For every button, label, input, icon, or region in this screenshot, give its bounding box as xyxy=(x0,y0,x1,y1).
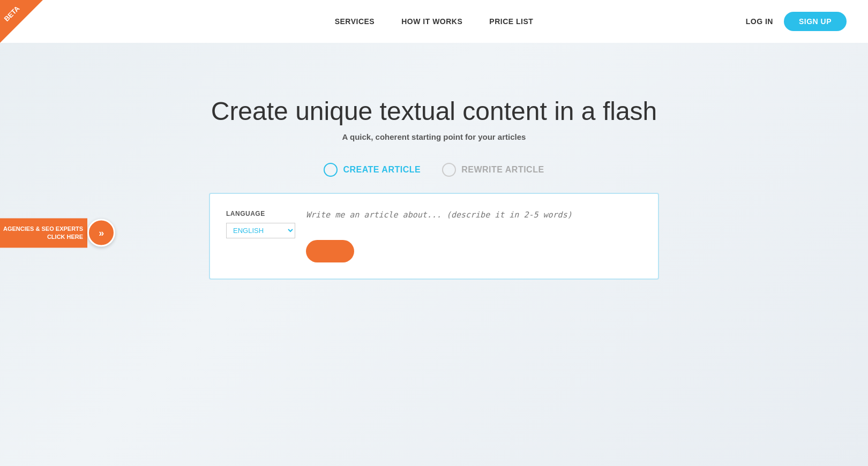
side-tab[interactable]: AGENCIES & SEO EXPERTS CLICK HERE » xyxy=(0,219,115,248)
nav-services[interactable]: SERVICES xyxy=(335,17,375,26)
language-label: LANGUAGE xyxy=(226,210,295,217)
language-select[interactable]: ENGLISH FRENCH GERMAN SPANISH ITALIAN PO… xyxy=(226,223,295,238)
radio-group: CREATE ARTICLE REWRITE ARTICLE xyxy=(324,163,544,177)
subheadline: A quick, coherent starting point for you… xyxy=(342,132,526,141)
header-right: LOG IN SIGN UP xyxy=(746,12,847,31)
input-section xyxy=(306,210,642,262)
beta-ribbon: BETA xyxy=(0,0,43,43)
rewrite-article-radio[interactable] xyxy=(442,163,456,177)
beta-label: BETA xyxy=(0,0,26,28)
side-tab-label: AGENCIES & SEO EXPERTS CLICK HERE xyxy=(0,219,87,248)
language-section: LANGUAGE ENGLISH FRENCH GERMAN SPANISH I… xyxy=(226,210,295,238)
generate-button[interactable] xyxy=(306,240,354,262)
signup-button[interactable]: SIGN UP xyxy=(784,12,847,31)
side-tab-line1: AGENCIES & SEO EXPERTS xyxy=(3,225,83,233)
form-card: LANGUAGE ENGLISH FRENCH GERMAN SPANISH I… xyxy=(209,193,659,280)
create-article-radio[interactable] xyxy=(324,163,338,177)
nav-price-list[interactable]: PRICE LIST xyxy=(489,17,533,26)
side-tab-line2: CLICK HERE xyxy=(3,233,83,241)
side-tab-button[interactable]: » xyxy=(87,219,115,247)
rewrite-article-label: REWRITE ARTICLE xyxy=(461,165,544,175)
headline: Create unique textual content in a flash xyxy=(211,96,657,126)
create-article-label: CREATE ARTICLE xyxy=(343,165,421,175)
login-link[interactable]: LOG IN xyxy=(746,17,773,26)
chevron-right-icon: » xyxy=(99,228,104,239)
header: SERVICES HOW IT WORKS PRICE LIST LOG IN … xyxy=(0,0,868,43)
main-content: Create unique textual content in a flash… xyxy=(0,43,868,280)
main-nav: SERVICES HOW IT WORKS PRICE LIST xyxy=(21,17,847,26)
rewrite-article-option[interactable]: REWRITE ARTICLE xyxy=(442,163,544,177)
nav-how-it-works[interactable]: HOW IT WORKS xyxy=(401,17,462,26)
create-article-option[interactable]: CREATE ARTICLE xyxy=(324,163,421,177)
article-input[interactable] xyxy=(306,210,642,229)
